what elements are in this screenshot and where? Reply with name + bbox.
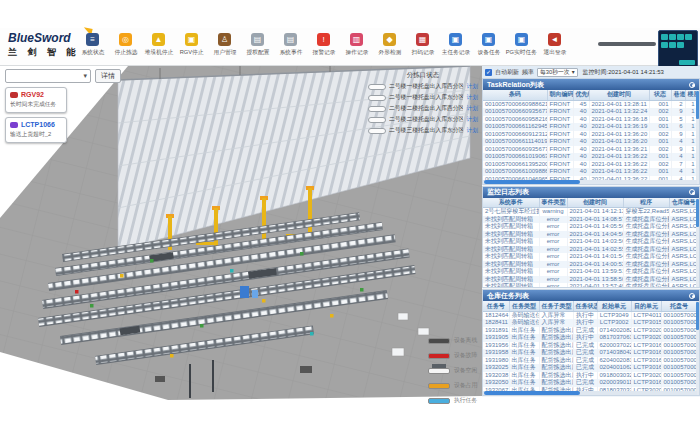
table-row[interactable]: 00100570006609356770FRONT402021-04-01 13… bbox=[483, 108, 697, 116]
sorting-toggle[interactable] bbox=[368, 117, 386, 124]
toolbar-item-shape-detect[interactable]: ◆外形检测 bbox=[373, 30, 406, 64]
column-header[interactable]: 系统事件 bbox=[483, 198, 539, 208]
table-row[interactable]: 未找到匹配周转箱error2021-04-01 13:59:51生成托盘库位分配… bbox=[483, 268, 697, 276]
sorting-toggle[interactable] bbox=[368, 128, 386, 135]
table-row[interactable]: 未找到匹配周转箱error2021-04-01 14:05:56生成托盘库位分配… bbox=[483, 223, 697, 231]
sorting-toggle[interactable] bbox=[368, 106, 386, 113]
table-row[interactable]: 00100570006610098861FRONT402021-04-01 13… bbox=[483, 168, 697, 176]
table-row[interactable]: 1932025出库任务配货拣选出库已完成0204001062LCTP301600… bbox=[483, 364, 697, 372]
device-select[interactable]: ▾ bbox=[5, 69, 91, 83]
toolbar-item-system-events[interactable]: ▤系统事件 bbox=[274, 30, 307, 64]
sorting-plan-link[interactable]: 计划 bbox=[466, 126, 478, 135]
mini-panel-button[interactable] bbox=[679, 60, 695, 65]
freq-select[interactable]: 每30秒一次▾ bbox=[537, 68, 578, 77]
table-row[interactable]: 00100570006613952005FRONT402021-04-01 13… bbox=[483, 161, 697, 169]
auto-refresh-checkbox[interactable]: ✓ bbox=[485, 69, 492, 76]
scroll-thumb[interactable] bbox=[484, 391, 580, 395]
table-row[interactable]: 未找到匹配周转箱error2021-04-01 14:01:54生成托盘库位分配… bbox=[483, 253, 697, 261]
detail-button[interactable]: 详情 bbox=[95, 69, 121, 83]
toolbar-item-main-task-records[interactable]: ▣主任务记录 bbox=[439, 30, 472, 64]
toolbar-item-scan-records[interactable]: ▦扫码记录 bbox=[406, 30, 439, 64]
column-header[interactable]: 朝向编码 bbox=[547, 90, 573, 100]
vertical-scrollbar[interactable] bbox=[696, 301, 699, 395]
scroll-thumb[interactable] bbox=[696, 199, 699, 227]
column-header[interactable]: 创建时间 bbox=[589, 90, 649, 100]
column-header[interactable]: 程序 bbox=[623, 198, 669, 208]
sorting-toggle[interactable] bbox=[368, 84, 386, 91]
column-header[interactable]: 任务子类型 bbox=[539, 301, 573, 311]
vertical-scrollbar[interactable] bbox=[696, 198, 699, 288]
table-row[interactable]: 00100570006611140190FRONT402021-04-01 13… bbox=[483, 138, 697, 146]
column-header[interactable]: 任务类型 bbox=[509, 301, 539, 311]
mini-square-icon[interactable] bbox=[685, 34, 692, 40]
panel-refresh-icon[interactable] bbox=[689, 82, 695, 88]
sorting-toggle[interactable] bbox=[368, 95, 386, 102]
sorting-plan-link[interactable]: 计划 bbox=[466, 115, 478, 124]
horizontal-scrollbar[interactable] bbox=[483, 391, 697, 395]
sorting-plan-link[interactable]: 计划 bbox=[466, 93, 478, 102]
table-row[interactable]: 1812464条码输送任务入库异常执行中LCTP3049LCTP40110010… bbox=[483, 311, 697, 319]
panel-refresh-icon[interactable] bbox=[689, 293, 695, 299]
sorting-plan-link[interactable]: 计划 bbox=[466, 104, 478, 113]
table-row[interactable]: 00100570006610190639FRONT402021-04-01 13… bbox=[483, 153, 697, 161]
table-row[interactable]: 1931958出库任务配货拣选出库已完成0714038042LCTP301600… bbox=[483, 349, 697, 357]
alert-card[interactable]: RGV92长时间未完成任务 bbox=[5, 87, 67, 113]
table-row[interactable]: 1931891出库任务配货拣选出库已完成0714002082LCTP302000… bbox=[483, 327, 697, 335]
table-row[interactable]: 1828411条码输送任务入库异常执行中LCTP3002LCTP30150010… bbox=[483, 319, 697, 327]
mini-square-icon[interactable] bbox=[677, 34, 684, 40]
toolbar-item-pg-realtime-tasks[interactable]: ▣PG实时任务 bbox=[505, 30, 538, 64]
header-drag-bar[interactable] bbox=[598, 42, 656, 46]
toolbar-item-auth-config[interactable]: ▤授权配置 bbox=[241, 30, 274, 64]
table-row[interactable]: 未找到匹配周转箱error2021-04-01 13:57:49生成托盘库位分配… bbox=[483, 283, 697, 288]
table-row[interactable]: 00100570006609582162FRONT402021-04-01 13… bbox=[483, 116, 697, 124]
table-row[interactable]: 未找到匹配周转箱error2021-04-01 14:00:52生成托盘库位分配… bbox=[483, 261, 697, 269]
column-header[interactable]: 仓库编号 bbox=[669, 198, 697, 208]
table-row[interactable]: 00100570006609356770FRONT402021-04-01 13… bbox=[483, 146, 697, 154]
toolbar-item-user-manage[interactable]: ♙用户管理 bbox=[208, 30, 241, 64]
table-row[interactable]: 未找到匹配周转箱error2021-04-01 14:04:56生成托盘库位分配… bbox=[483, 231, 697, 239]
column-header[interactable]: 状态 bbox=[649, 90, 671, 100]
column-header[interactable]: 托盘号 bbox=[661, 301, 697, 311]
scroll-thumb[interactable] bbox=[484, 180, 580, 184]
vertical-scrollbar[interactable] bbox=[696, 90, 699, 184]
mini-square-icon[interactable] bbox=[669, 34, 676, 40]
horizontal-scrollbar[interactable] bbox=[483, 180, 697, 184]
table-row[interactable]: 未找到匹配周转箱error2021-04-01 14:08:57生成托盘库位分配… bbox=[483, 216, 697, 224]
column-header[interactable]: 任务状态 bbox=[573, 301, 597, 311]
toolbar-item-alarm-records[interactable]: !报警记录 bbox=[307, 30, 340, 64]
mini-panel[interactable] bbox=[658, 30, 698, 68]
scroll-thumb[interactable] bbox=[696, 302, 699, 330]
column-header[interactable]: 条码 bbox=[483, 90, 547, 100]
column-header[interactable]: 优先级 bbox=[573, 90, 589, 100]
toolbar-item-device-tasks[interactable]: ▣设备任务 bbox=[472, 30, 505, 64]
mini-square-icon[interactable] bbox=[661, 42, 668, 48]
mini-square-icon[interactable] bbox=[669, 42, 676, 48]
column-header[interactable]: 事件类型 bbox=[539, 198, 567, 208]
mini-square-icon[interactable] bbox=[677, 42, 684, 48]
column-header[interactable]: 任务号 bbox=[483, 301, 509, 311]
toolbar-item-system-status[interactable]: ≡系统状态 bbox=[76, 30, 109, 64]
table-row[interactable]: 00100570006609886219FRONT452021-04-01 13… bbox=[483, 100, 697, 108]
table-row[interactable]: 1931980出库任务配货拣选出库已完成6204002081LCTP301600… bbox=[483, 357, 697, 365]
table-row[interactable]: 1932050出库任务配货拣选出库已完成0200039011LCTP301600… bbox=[483, 379, 697, 387]
table-row[interactable]: 1932038出库任务配货拣选出库执行中0918003032LCTP302000… bbox=[483, 372, 697, 380]
table-row[interactable]: 1931956出库任务配货拣选出库已完成6200037022LCTP301600… bbox=[483, 342, 697, 350]
mini-square-icon[interactable] bbox=[661, 34, 668, 40]
table-row[interactable]: 未找到匹配周转箱error2021-04-01 13:58:50生成托盘库位分配… bbox=[483, 276, 697, 284]
warehouse-3d-scene[interactable]: ▾ 详情 RGV92长时间未完成任务LCTP1066输送上货超时_2 分拣口状态… bbox=[0, 66, 482, 400]
toolbar-item-stop-picking[interactable]: ◎停止拣选 bbox=[109, 30, 142, 64]
sorting-plan-link[interactable]: 计划 bbox=[466, 82, 478, 91]
table-row[interactable]: 未找到匹配周转箱error2021-04-01 14:03:56生成托盘库位分配… bbox=[483, 238, 697, 246]
table-row[interactable]: 1931905出库任务配货拣选出库执行中0817037061LCTP302000… bbox=[483, 334, 697, 342]
panel-refresh-icon[interactable] bbox=[689, 189, 695, 195]
alert-card[interactable]: LCTP1066输送上货超时_2 bbox=[5, 117, 67, 143]
column-header[interactable]: 目的单元 bbox=[631, 301, 661, 311]
toolbar-item-rgv-stop[interactable]: ▣RGV停止 bbox=[175, 30, 208, 64]
table-row[interactable]: 未找到匹配周转箱error2021-04-01 14:02:55生成托盘库位分配… bbox=[483, 246, 697, 254]
toolbar-item-logout[interactable]: ◄退出登录 bbox=[538, 30, 571, 64]
column-header[interactable]: 巷道 bbox=[671, 90, 685, 100]
column-header[interactable]: 创建时间 bbox=[567, 198, 623, 208]
toolbar-item-stacker-stop[interactable]: ▲堆垛机停止 bbox=[142, 30, 175, 64]
table-row[interactable]: 2号七层穿梭车经过拥堵,无法抵达warning2021-04-01 14:12:… bbox=[483, 208, 697, 216]
table-row[interactable]: 00100570006611629457FRONT402021-04-01 13… bbox=[483, 123, 697, 131]
